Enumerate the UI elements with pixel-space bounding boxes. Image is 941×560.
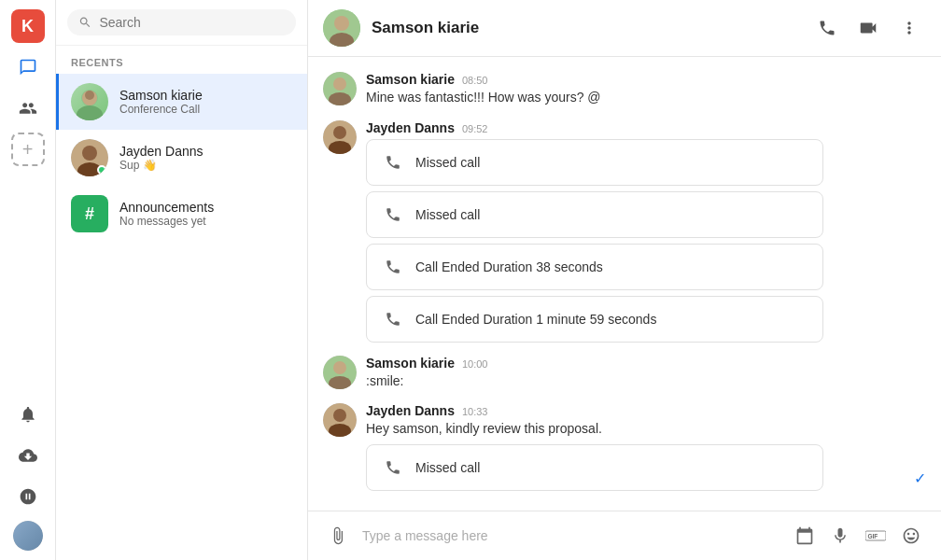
call-card-ended-1[interactable]: Call Ended Duration 38 seconds [366,244,823,290]
avatar-samson [71,83,108,120]
search-box [56,0,307,46]
more-options-button[interactable] [892,11,926,45]
msg-header-1: Samson kiarie 08:50 [366,72,926,87]
chat-header-name: Samson kiarie [372,19,799,37]
chat-header-avatar [323,9,360,47]
msg-content-4: Jayden Danns 10:33 Hey samson, kindly re… [366,403,905,491]
add-nav-icon[interactable]: + [11,133,45,166]
msg-text-4: Hey samson, kindly review this proposal. [366,420,905,439]
chat-nav-icon[interactable] [11,50,45,84]
call-label-4: Call Ended Duration 1 minute 59 seconds [415,312,656,327]
recents-label: RECENTS [56,46,307,74]
contact-name-jayden: Jayden Danns [119,144,292,159]
contacts-nav-icon[interactable] [11,91,45,125]
apps-icon[interactable] [11,480,45,513]
svg-point-20 [333,409,346,422]
call-label-3: Call Ended Duration 38 seconds [415,259,603,274]
contact-item-samson[interactable]: Samson kiarie Conference Call [56,74,307,130]
call-card-missed-2[interactable]: Missed call [366,191,823,238]
read-checkmark: ✓ [914,469,926,487]
message-row-4: Jayden Danns 10:33 Hey samson, kindly re… [323,403,926,491]
call-icon-4 [380,306,406,332]
contact-name-samson: Samson kiarie [119,88,292,103]
contact-status-samson: Conference Call [119,103,292,116]
message-input-area: GIF [308,511,941,560]
msg-sender-2: Jayden Danns [366,120,455,135]
svg-point-1 [77,105,103,120]
messages-area: Samson kiarie 08:50 Mine was fantastic!!… [308,57,941,511]
msg-sender-3: Samson kiarie [366,356,455,371]
attachment-button[interactable] [323,521,353,551]
call-card-missed-1[interactable]: Missed call [366,139,823,186]
input-actions: GIF [790,521,926,551]
contact-name-announcements: Announcements [119,200,292,215]
call-label-1: Missed call [415,155,480,170]
search-icon [78,15,91,30]
msg-sender-4: Jayden Danns [366,403,455,418]
contact-list: Samson kiarie Conference Call Jayden Dan… [56,74,307,560]
download-icon[interactable] [11,439,45,472]
msg-content-1: Samson kiarie 08:50 Mine was fantastic!!… [366,72,926,107]
message-input[interactable] [362,528,780,543]
call-card-missed-3[interactable]: Missed call [366,444,823,491]
microphone-button[interactable] [825,521,855,551]
video-call-button[interactable] [851,11,885,45]
contact-status-jayden: Sup 👋 [119,159,292,172]
msg-time-4: 10:33 [462,406,488,417]
msg-time-3: 10:00 [462,358,488,370]
msg-sender-1: Samson kiarie [366,72,455,87]
call-card-ended-2[interactable]: Call Ended Duration 1 minute 59 seconds [366,296,823,343]
message-row-1: Samson kiarie 08:50 Mine was fantastic!!… [323,72,926,107]
avatar-jayden [71,139,108,176]
icon-bar: K + [0,0,56,560]
svg-point-17 [333,361,346,374]
msg-header-3: Samson kiarie 10:00 [366,356,926,371]
header-actions [810,11,926,45]
call-label-2: Missed call [415,207,480,222]
msg-avatar-samson-1 [323,72,357,105]
emoji-button[interactable] [896,521,926,551]
msg-header-2: Jayden Danns 09:52 [366,120,926,135]
contact-info-samson: Samson kiarie Conference Call [119,88,292,116]
gif-button[interactable]: GIF [861,521,891,551]
app-logo[interactable]: K [11,9,45,43]
contact-item-announcements[interactable]: # Announcements No messages yet [56,186,307,242]
sidebar: RECENTS Samson kiarie Conference Call Ja… [56,0,308,560]
msg-text-1: Mine was fantastic!!! How was yours? @ [366,89,926,107]
contact-status-announcements: No messages yet [119,215,292,228]
call-button[interactable] [810,11,844,45]
msg-avatar-jayden-1 [323,120,357,154]
msg-content-2: Jayden Danns 09:52 Missed call Missed [366,120,926,343]
msg-text-3: :smile: [366,372,926,391]
message-group-2: Jayden Danns 09:52 Missed call Missed [323,120,926,343]
message-row-3: Samson kiarie 10:00 :smile: [323,356,926,391]
message-group-3: Samson kiarie 10:00 :smile: [323,356,926,391]
message-group-4: Jayden Danns 10:33 Hey samson, kindly re… [323,403,926,491]
msg-avatar-jayden-2 [323,403,357,437]
notifications-icon[interactable] [11,398,45,431]
contact-item-jayden[interactable]: Jayden Danns Sup 👋 [56,130,307,186]
svg-point-11 [333,77,346,91]
channel-icon-announcements: # [71,195,108,232]
msg-header-4: Jayden Danns 10:33 [366,403,905,418]
chat-header: Samson kiarie [308,0,941,57]
message-row-2: Jayden Danns 09:52 Missed call Missed [323,120,926,343]
svg-point-8 [334,16,349,31]
msg-time-2: 09:52 [462,123,488,134]
contact-info-announcements: Announcements No messages yet [119,200,292,228]
svg-point-14 [333,126,346,139]
call-icon-2 [380,202,406,228]
message-group-1: Samson kiarie 08:50 Mine was fantastic!!… [323,72,926,107]
svg-point-3 [85,91,94,100]
online-indicator [97,165,106,175]
search-input-wrap[interactable] [67,9,296,35]
search-input[interactable] [99,15,285,30]
msg-avatar-samson-2 [323,356,357,389]
call-label-5: Missed call [415,460,480,475]
svg-text:GIF: GIF [868,533,878,539]
chat-area: Samson kiarie Samson kiarie [308,0,941,560]
user-avatar-nav[interactable] [13,521,43,551]
call-icon-5 [380,455,406,481]
call-icon-3 [380,254,406,280]
calendar-button[interactable] [790,521,820,551]
